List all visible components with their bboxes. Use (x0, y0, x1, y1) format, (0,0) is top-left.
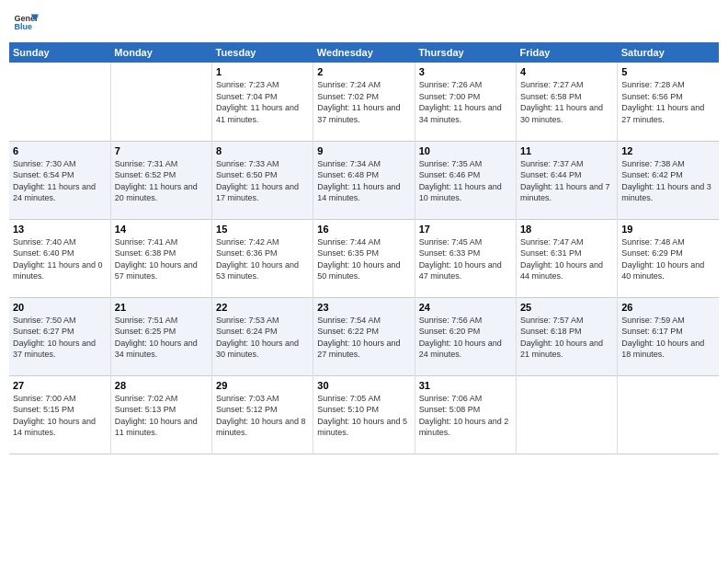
calendar-cell: 15Sunrise: 7:42 AM Sunset: 6:36 PM Dayli… (212, 219, 313, 297)
calendar-week-row: 13Sunrise: 7:40 AM Sunset: 6:40 PM Dayli… (9, 219, 719, 297)
calendar-cell: 1Sunrise: 7:23 AM Sunset: 7:04 PM Daylig… (212, 63, 313, 141)
day-number: 29 (216, 380, 309, 391)
weekday-header-saturday: Saturday (618, 42, 719, 63)
calendar-cell: 12Sunrise: 7:38 AM Sunset: 6:42 PM Dayli… (618, 141, 719, 219)
day-number: 3 (419, 66, 512, 77)
calendar-cell: 14Sunrise: 7:41 AM Sunset: 6:38 PM Dayli… (110, 219, 211, 297)
day-number: 18 (520, 224, 613, 235)
weekday-header-thursday: Thursday (415, 42, 516, 63)
calendar-cell (9, 63, 110, 141)
day-number: 14 (115, 224, 208, 235)
weekday-header-friday: Friday (516, 42, 617, 63)
calendar-cell (618, 375, 719, 454)
day-number: 7 (115, 145, 208, 156)
calendar-cell: 23Sunrise: 7:54 AM Sunset: 6:22 PM Dayli… (313, 297, 415, 375)
day-number: 17 (419, 224, 512, 235)
calendar-cell: 26Sunrise: 7:59 AM Sunset: 6:17 PM Dayli… (618, 297, 719, 375)
day-info: Sunrise: 7:23 AM Sunset: 7:04 PM Dayligh… (216, 79, 309, 125)
day-number: 19 (621, 224, 715, 235)
calendar-cell: 20Sunrise: 7:50 AM Sunset: 6:27 PM Dayli… (9, 297, 110, 375)
day-number: 31 (419, 380, 512, 391)
day-number: 28 (115, 380, 208, 391)
calendar-cell: 29Sunrise: 7:03 AM Sunset: 5:12 PM Dayli… (212, 375, 313, 454)
calendar-cell: 24Sunrise: 7:56 AM Sunset: 6:20 PM Dayli… (415, 297, 516, 375)
calendar-cell: 27Sunrise: 7:00 AM Sunset: 5:15 PM Dayli… (9, 375, 110, 454)
day-info: Sunrise: 7:40 AM Sunset: 6:40 PM Dayligh… (13, 236, 107, 282)
weekday-header-sunday: Sunday (9, 42, 110, 63)
day-number: 2 (317, 66, 410, 77)
calendar-week-row: 6Sunrise: 7:30 AM Sunset: 6:54 PM Daylig… (9, 141, 719, 219)
page-header: General Blue (9, 9, 719, 35)
calendar-cell: 11Sunrise: 7:37 AM Sunset: 6:44 PM Dayli… (516, 141, 617, 219)
day-number: 10 (419, 145, 512, 156)
day-number: 21 (115, 302, 208, 313)
day-info: Sunrise: 7:37 AM Sunset: 6:44 PM Dayligh… (520, 158, 613, 204)
svg-text:Blue: Blue (14, 22, 32, 31)
calendar-cell: 13Sunrise: 7:40 AM Sunset: 6:40 PM Dayli… (9, 219, 110, 297)
day-info: Sunrise: 7:59 AM Sunset: 6:17 PM Dayligh… (621, 315, 715, 361)
day-info: Sunrise: 7:33 AM Sunset: 6:50 PM Dayligh… (216, 158, 309, 204)
day-info: Sunrise: 7:51 AM Sunset: 6:25 PM Dayligh… (115, 315, 208, 361)
day-info: Sunrise: 7:03 AM Sunset: 5:12 PM Dayligh… (216, 393, 309, 439)
calendar-cell (110, 63, 211, 141)
day-number: 6 (13, 145, 107, 156)
weekday-header-row: SundayMondayTuesdayWednesdayThursdayFrid… (9, 42, 719, 63)
day-number: 9 (317, 145, 410, 156)
calendar-cell: 9Sunrise: 7:34 AM Sunset: 6:48 PM Daylig… (313, 141, 415, 219)
day-info: Sunrise: 7:35 AM Sunset: 6:46 PM Dayligh… (419, 158, 512, 204)
day-info: Sunrise: 7:41 AM Sunset: 6:38 PM Dayligh… (115, 236, 208, 282)
day-info: Sunrise: 7:50 AM Sunset: 6:27 PM Dayligh… (13, 315, 107, 361)
day-info: Sunrise: 7:57 AM Sunset: 6:18 PM Dayligh… (520, 315, 613, 361)
calendar-cell: 21Sunrise: 7:51 AM Sunset: 6:25 PM Dayli… (110, 297, 211, 375)
calendar-cell: 7Sunrise: 7:31 AM Sunset: 6:52 PM Daylig… (110, 141, 211, 219)
day-info: Sunrise: 7:24 AM Sunset: 7:02 PM Dayligh… (317, 79, 410, 125)
day-info: Sunrise: 7:38 AM Sunset: 6:42 PM Dayligh… (621, 158, 715, 204)
day-info: Sunrise: 7:56 AM Sunset: 6:20 PM Dayligh… (419, 315, 512, 361)
calendar-cell: 2Sunrise: 7:24 AM Sunset: 7:02 PM Daylig… (313, 63, 415, 141)
day-info: Sunrise: 7:48 AM Sunset: 6:29 PM Dayligh… (621, 236, 715, 282)
calendar-cell: 4Sunrise: 7:27 AM Sunset: 6:58 PM Daylig… (516, 63, 617, 141)
day-number: 30 (317, 380, 410, 391)
day-info: Sunrise: 7:02 AM Sunset: 5:13 PM Dayligh… (115, 393, 208, 439)
calendar-cell: 22Sunrise: 7:53 AM Sunset: 6:24 PM Dayli… (212, 297, 313, 375)
calendar-week-row: 27Sunrise: 7:00 AM Sunset: 5:15 PM Dayli… (9, 375, 719, 454)
calendar-cell: 18Sunrise: 7:47 AM Sunset: 6:31 PM Dayli… (516, 219, 617, 297)
weekday-header-wednesday: Wednesday (313, 42, 415, 63)
day-number: 11 (520, 145, 613, 156)
calendar-cell: 25Sunrise: 7:57 AM Sunset: 6:18 PM Dayli… (516, 297, 617, 375)
day-number: 15 (216, 224, 309, 235)
calendar-cell: 19Sunrise: 7:48 AM Sunset: 6:29 PM Dayli… (618, 219, 719, 297)
day-number: 12 (621, 145, 715, 156)
calendar-week-row: 20Sunrise: 7:50 AM Sunset: 6:27 PM Dayli… (9, 297, 719, 375)
calendar-cell: 31Sunrise: 7:06 AM Sunset: 5:08 PM Dayli… (415, 375, 516, 454)
weekday-header-monday: Monday (110, 42, 211, 63)
day-number: 5 (621, 66, 715, 77)
day-info: Sunrise: 7:26 AM Sunset: 7:00 PM Dayligh… (419, 79, 512, 125)
day-info: Sunrise: 7:44 AM Sunset: 6:35 PM Dayligh… (317, 236, 410, 282)
day-info: Sunrise: 7:28 AM Sunset: 6:56 PM Dayligh… (621, 79, 715, 125)
day-info: Sunrise: 7:30 AM Sunset: 6:54 PM Dayligh… (13, 158, 107, 204)
day-info: Sunrise: 7:47 AM Sunset: 6:31 PM Dayligh… (520, 236, 613, 282)
calendar-cell: 6Sunrise: 7:30 AM Sunset: 6:54 PM Daylig… (9, 141, 110, 219)
day-number: 27 (13, 380, 107, 391)
calendar-cell: 10Sunrise: 7:35 AM Sunset: 6:46 PM Dayli… (415, 141, 516, 219)
logo-icon: General Blue (13, 9, 39, 35)
day-number: 13 (13, 224, 107, 235)
day-info: Sunrise: 7:27 AM Sunset: 6:58 PM Dayligh… (520, 79, 613, 125)
calendar-cell: 5Sunrise: 7:28 AM Sunset: 6:56 PM Daylig… (618, 63, 719, 141)
day-info: Sunrise: 7:54 AM Sunset: 6:22 PM Dayligh… (317, 315, 410, 361)
day-number: 26 (621, 302, 715, 313)
day-info: Sunrise: 7:53 AM Sunset: 6:24 PM Dayligh… (216, 315, 309, 361)
day-number: 22 (216, 302, 309, 313)
calendar-cell: 17Sunrise: 7:45 AM Sunset: 6:33 PM Dayli… (415, 219, 516, 297)
day-number: 1 (216, 66, 309, 77)
calendar-table: SundayMondayTuesdayWednesdayThursdayFrid… (9, 42, 719, 454)
calendar-cell: 28Sunrise: 7:02 AM Sunset: 5:13 PM Dayli… (110, 375, 211, 454)
day-info: Sunrise: 7:45 AM Sunset: 6:33 PM Dayligh… (419, 236, 512, 282)
day-number: 24 (419, 302, 512, 313)
day-info: Sunrise: 7:06 AM Sunset: 5:08 PM Dayligh… (419, 393, 512, 439)
day-info: Sunrise: 7:05 AM Sunset: 5:10 PM Dayligh… (317, 393, 410, 439)
calendar-cell: 16Sunrise: 7:44 AM Sunset: 6:35 PM Dayli… (313, 219, 415, 297)
day-number: 4 (520, 66, 613, 77)
day-number: 8 (216, 145, 309, 156)
